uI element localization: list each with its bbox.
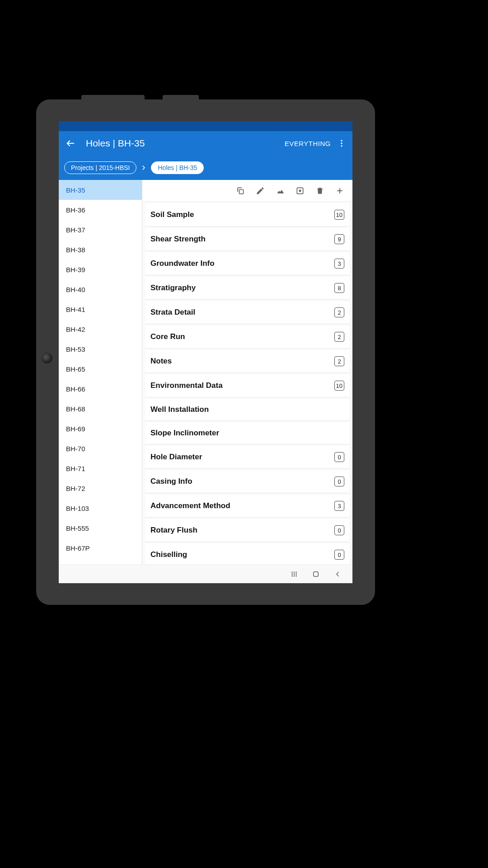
category-row[interactable]: Casing Info0 xyxy=(145,470,350,493)
breadcrumb-item[interactable]: Holes | BH-35 xyxy=(151,161,204,174)
category-label: Shear Strength xyxy=(150,235,206,244)
category-label: Well Installation xyxy=(150,405,209,414)
category-label: Environmental Data xyxy=(150,381,223,390)
status-bar xyxy=(59,121,352,131)
back-button[interactable] xyxy=(64,138,77,148)
arrow-left-icon xyxy=(66,138,75,148)
sidebar-item[interactable]: BH-71 xyxy=(59,458,142,478)
sidebar-item[interactable]: BH-103 xyxy=(59,498,142,518)
more-button[interactable] xyxy=(336,139,347,148)
sidebar-item[interactable]: BH-72 xyxy=(59,478,142,498)
category-label: Advancement Method xyxy=(150,501,230,510)
image-button[interactable] xyxy=(271,182,289,200)
sidebar-item[interactable]: BH-35 xyxy=(59,180,142,200)
page-title: Holes | BH-35 xyxy=(77,138,279,149)
category-label: Core Run xyxy=(150,332,185,341)
category-label: Hole Diameter xyxy=(150,453,202,462)
category-row[interactable]: Groundwater Info3 xyxy=(145,252,350,275)
category-row[interactable]: Soil Sample10 xyxy=(145,203,350,226)
edit-icon xyxy=(256,186,265,195)
screen: Holes | BH-35 EVERYTHING Projects | 2015… xyxy=(59,121,352,583)
category-label: Casing Info xyxy=(150,477,192,486)
category-row[interactable]: Strata Detail2 xyxy=(145,301,350,324)
svg-rect-4 xyxy=(239,189,244,193)
svg-point-2 xyxy=(341,142,342,144)
count-badge: 2 xyxy=(334,332,344,342)
sidebar-item[interactable]: BH-65 xyxy=(59,359,142,379)
count-badge: 9 xyxy=(334,234,344,244)
nav-recent-button[interactable] xyxy=(290,570,298,578)
tablet-frame: Holes | BH-35 EVERYTHING Projects | 2015… xyxy=(36,99,375,605)
view-icon xyxy=(296,186,305,195)
device-camera xyxy=(42,353,52,363)
more-vert-icon xyxy=(337,139,346,148)
count-badge: 2 xyxy=(334,307,344,317)
sidebar-item[interactable]: BH-38 xyxy=(59,240,142,259)
category-row[interactable]: Core Run2 xyxy=(145,326,350,348)
svg-point-3 xyxy=(341,145,342,146)
sidebar-item[interactable]: BH-555 xyxy=(59,518,142,538)
app-bar: Holes | BH-35 EVERYTHING xyxy=(59,131,352,156)
category-row[interactable]: Hole Diameter0 xyxy=(145,446,350,468)
copy-icon xyxy=(236,186,245,195)
category-label: Strata Detail xyxy=(150,308,195,317)
home-icon xyxy=(312,570,320,578)
category-list: Soil Sample10Shear Strength9Groundwater … xyxy=(142,202,352,564)
count-badge: 10 xyxy=(334,381,344,391)
category-label: Notes xyxy=(150,357,172,366)
delete-icon xyxy=(315,186,324,195)
chevron-right-icon xyxy=(140,164,147,171)
sidebar-item[interactable]: BH-42 xyxy=(59,319,142,339)
category-row[interactable]: Notes2 xyxy=(145,350,350,373)
chevron-left-icon xyxy=(333,570,342,578)
sidebar-item[interactable]: BH-40 xyxy=(59,279,142,299)
copy-button[interactable] xyxy=(231,182,249,200)
sidebar-item[interactable]: BH-39 xyxy=(59,259,142,279)
device-power-button xyxy=(163,95,199,101)
nav-back-button[interactable] xyxy=(333,570,342,578)
sidebar-item[interactable]: BH-70 xyxy=(59,439,142,458)
sidebar-item[interactable]: BH-37 xyxy=(59,220,142,240)
filter-everything-button[interactable]: EVERYTHING xyxy=(279,140,336,147)
category-row[interactable]: Advancement Method3 xyxy=(145,495,350,517)
category-label: Soil Sample xyxy=(150,210,194,219)
view-button[interactable] xyxy=(291,182,309,200)
count-badge: 0 xyxy=(334,476,344,486)
count-badge: 3 xyxy=(334,259,344,269)
count-badge: 8 xyxy=(334,283,344,293)
count-badge: 0 xyxy=(334,452,344,462)
count-badge: 10 xyxy=(334,210,344,220)
nav-home-button[interactable] xyxy=(312,570,320,578)
category-row[interactable]: Slope Inclinometer xyxy=(145,422,350,444)
count-badge: 0 xyxy=(334,550,344,560)
sidebar-item[interactable]: BH-67P xyxy=(59,538,142,558)
system-nav-bar xyxy=(59,564,352,583)
category-row[interactable]: Chiselling0 xyxy=(145,543,350,564)
add-button[interactable] xyxy=(331,182,349,200)
count-badge: 2 xyxy=(334,356,344,366)
breadcrumb: Projects | 2015-HBSIHoles | BH-35 xyxy=(59,156,352,180)
category-row[interactable]: Shear Strength9 xyxy=(145,228,350,250)
sidebar-item[interactable]: BH-69 xyxy=(59,419,142,439)
category-row[interactable]: Rotary Flush0 xyxy=(145,519,350,542)
recent-apps-icon xyxy=(290,570,298,578)
category-row[interactable]: Well Installation xyxy=(145,399,350,420)
edit-button[interactable] xyxy=(251,182,269,200)
sidebar-item[interactable]: BH-68 xyxy=(59,399,142,419)
delete-button[interactable] xyxy=(311,182,329,200)
breadcrumb-item[interactable]: Projects | 2015-HBSI xyxy=(64,161,136,174)
svg-point-1 xyxy=(341,140,342,142)
category-row[interactable]: Stratigraphy8 xyxy=(145,277,350,299)
sidebar-item[interactable]: BH-36 xyxy=(59,200,142,220)
content-body: BH-35BH-36BH-37BH-38BH-39BH-40BH-41BH-42… xyxy=(59,180,352,564)
category-label: Groundwater Info xyxy=(150,259,215,268)
sidebar-item[interactable]: BH-41 xyxy=(59,299,142,319)
category-label: Rotary Flush xyxy=(150,526,197,535)
sidebar-item[interactable]: BH-Braun xyxy=(59,558,142,564)
sidebar-item[interactable]: BH-66 xyxy=(59,379,142,399)
svg-rect-12 xyxy=(314,571,319,576)
sidebar-item[interactable]: BH-53 xyxy=(59,339,142,359)
toolbar xyxy=(142,180,352,202)
category-row[interactable]: Environmental Data10 xyxy=(145,374,350,397)
main-panel: Soil Sample10Shear Strength9Groundwater … xyxy=(142,180,352,564)
